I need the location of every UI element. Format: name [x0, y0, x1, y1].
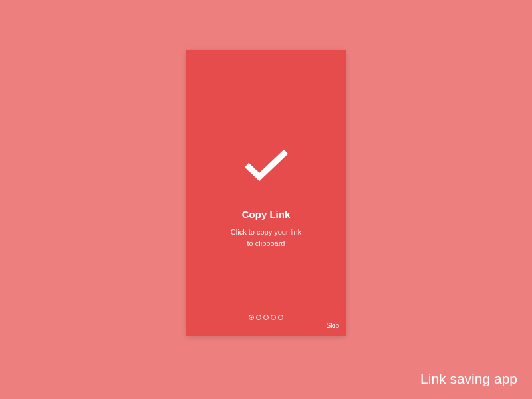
description-line-2: to clipboard — [247, 239, 285, 247]
page-dot-5[interactable] — [278, 315, 283, 320]
skip-button[interactable]: Skip — [327, 322, 339, 329]
app-caption: Link saving app — [420, 371, 517, 387]
description-line-1: Click to copy your link — [231, 228, 301, 236]
checkmark-container — [241, 146, 291, 186]
onboarding-description: Click to copy your link to clipboard — [231, 227, 301, 249]
page-dot-2[interactable] — [256, 315, 261, 320]
page-dot-3[interactable] — [263, 315, 269, 320]
pagination-dots — [249, 315, 283, 320]
checkmark-icon — [241, 146, 291, 183]
onboarding-screen: Copy Link Click to copy your link to cli… — [186, 50, 346, 336]
page-dot-4[interactable] — [271, 315, 276, 320]
onboarding-title: Copy Link — [242, 209, 291, 220]
page-dot-1[interactable] — [249, 315, 254, 320]
